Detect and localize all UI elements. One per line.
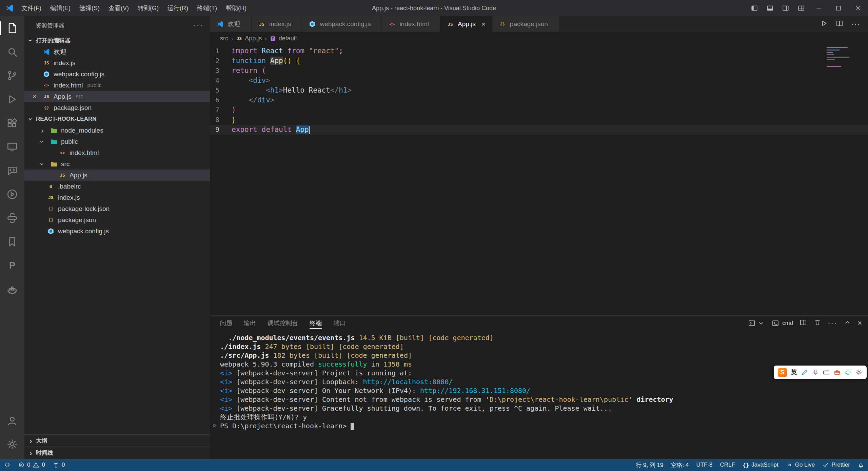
status-item-eol[interactable]: CRLF [716, 459, 739, 471]
tab-app-js[interactable]: JSApp.js× [440, 16, 492, 32]
workspace-root-header[interactable]: › REACT-HOOK-LEARN [24, 113, 210, 125]
editor-more-actions-button[interactable]: ··· [851, 20, 861, 28]
kill-terminal-button[interactable] [813, 318, 822, 328]
tab-package-json[interactable]: {}package.json [492, 16, 559, 32]
code-editor[interactable]: 1import React from "react";2function App… [210, 45, 868, 315]
open-editor-item-item-0[interactable]: 欢迎 [24, 46, 210, 57]
status-item-encoding[interactable]: UTF-8 [692, 459, 716, 471]
activity-item-run-debug[interactable] [0, 87, 24, 111]
status-item-problems[interactable]: 00 [14, 459, 49, 471]
panel-tab-debug-console[interactable]: 调试控制台 [268, 316, 298, 331]
sogou-logo-icon[interactable]: S [778, 368, 787, 377]
close-editor-icon[interactable]: × [30, 93, 39, 100]
activity-item-project-manager[interactable]: P [0, 254, 24, 277]
tree-item-node-modules[interactable]: ›node_modules [24, 125, 210, 136]
customize-layout-button[interactable] [793, 0, 809, 16]
new-terminal-button[interactable] [748, 319, 765, 327]
ime-toolbox-button[interactable] [833, 369, 841, 376]
breadcrumb-item-app-js[interactable]: JSApp.js [236, 35, 262, 42]
ime-puzzle-button[interactable] [844, 369, 852, 376]
toggle-primary-sidebar-button[interactable] [747, 0, 762, 16]
tree-item-public[interactable]: ›public [24, 136, 210, 147]
sidebar-section-outline[interactable]: ›大纲 [24, 434, 210, 447]
breadcrumb-item-src[interactable]: src [220, 35, 228, 42]
ime-mic-button[interactable] [812, 369, 819, 376]
minimap[interactable] [827, 47, 859, 68]
menu-item-e[interactable]: 编辑(E) [46, 0, 75, 16]
terminal-profile-chip[interactable]: cmd [771, 319, 793, 327]
status-item-ports[interactable]: 0 [49, 459, 68, 471]
breadcrumb-item-default[interactable]: default [270, 35, 297, 42]
status-item-go-live[interactable]: Go Live [782, 459, 819, 471]
status-item-language[interactable]: {}JavaScript [739, 459, 782, 471]
open-editor-item-app-js[interactable]: ×JSApp.jssrc [24, 91, 210, 102]
tree-item-index-js[interactable]: JSindex.js [24, 192, 210, 203]
status-item-prettier[interactable]: Prettier [818, 459, 854, 471]
sidebar-section-timeline[interactable]: ›时间线 [24, 447, 210, 459]
menu-item-f[interactable]: 文件(F) [17, 0, 46, 16]
ime-keyboard-button[interactable] [823, 369, 830, 376]
activity-item-settings[interactable] [0, 432, 24, 456]
panel-tab-output[interactable]: 输出 [244, 316, 256, 331]
tree-item-package-json[interactable]: {}package.json [24, 214, 210, 225]
panel-tab-terminal[interactable]: 终端 [310, 316, 322, 331]
open-editor-item-package-json[interactable]: {}package.json [24, 102, 210, 113]
run-file-button[interactable] [820, 19, 828, 29]
menu-item-s[interactable]: 选择(S) [75, 0, 104, 16]
open-editors-header[interactable]: › 打开的编辑器 [24, 35, 210, 46]
maximize-panel-button[interactable] [843, 318, 851, 328]
activity-item-explorer[interactable] [0, 16, 24, 40]
close-tab-icon[interactable]: × [479, 20, 488, 28]
maximize-button[interactable] [829, 0, 848, 16]
split-editor-button[interactable] [835, 19, 844, 29]
activity-item-remote-explorer[interactable] [0, 135, 24, 159]
ime-toolbar[interactable]: S 英 [774, 366, 867, 379]
minimize-button[interactable] [809, 0, 829, 16]
status-item-indentation[interactable]: 空格: 4 [667, 459, 692, 471]
tab-webpack-config-js[interactable]: webpack.config.js [302, 16, 382, 32]
status-item-remote[interactable] [0, 459, 14, 471]
tab-index-html[interactable]: <>index.html [382, 16, 440, 32]
ime-pen-button[interactable] [801, 369, 808, 376]
open-editor-item-index-js[interactable]: JSindex.js [24, 57, 210, 68]
open-editor-item-index-html[interactable]: <>index.htmlpublic [24, 80, 210, 91]
activity-item-python[interactable] [0, 206, 24, 230]
close-panel-button[interactable]: × [857, 319, 862, 328]
tree-item-babelrc[interactable]: B.babelrc [24, 181, 210, 192]
tree-item-index-html[interactable]: <>index.html [24, 147, 210, 158]
ime-language-indicator[interactable]: 英 [791, 368, 797, 377]
menu-item-h[interactable]: 帮助(H) [221, 0, 251, 16]
tree-item-webpack-config-js[interactable]: webpack.config.js [24, 225, 210, 237]
tree-item-app-js[interactable]: JSApp.js [24, 170, 210, 181]
more-actions-icon[interactable]: ··· [194, 21, 203, 30]
menu-item-g[interactable]: 转到(G) [133, 0, 163, 16]
status-item-cursor-position[interactable]: 行 9, 列 19 [632, 459, 667, 471]
activity-item-bookmarks[interactable] [0, 230, 24, 254]
status-item-notifications[interactable] [854, 459, 868, 471]
activity-item-docker[interactable] [0, 277, 24, 301]
activity-item-chat[interactable] [0, 159, 24, 182]
tree-item-src[interactable]: ›src [24, 158, 210, 170]
panel-tab-problems[interactable]: 问题 [220, 316, 232, 331]
toggle-panel-button[interactable] [762, 0, 778, 16]
panel-more-actions-button[interactable]: ··· [828, 319, 837, 328]
toggle-secondary-sidebar-button[interactable] [778, 0, 793, 16]
activity-item-account[interactable] [0, 409, 24, 432]
tree-item-package-lock-json[interactable]: {}package-lock.json [24, 203, 210, 214]
tab-item-0[interactable]: 欢迎 [210, 16, 252, 32]
panel-tab-ports[interactable]: 端口 [333, 316, 346, 331]
activity-item-source-control[interactable] [0, 64, 24, 87]
menu-item-r[interactable]: 运行(R) [163, 0, 193, 16]
tab-index-js[interactable]: JSindex.js [252, 16, 302, 32]
close-button[interactable] [848, 0, 868, 16]
menu-item-v[interactable]: 查看(V) [104, 0, 133, 16]
ime-gear-button[interactable] [855, 369, 863, 376]
open-editor-item-webpack-config-js[interactable]: webpack.config.js [24, 68, 210, 80]
activity-item-search[interactable] [0, 40, 24, 64]
terminal-text: [code generated] [428, 334, 494, 342]
activity-item-extensions[interactable] [0, 111, 24, 135]
menu-item-t[interactable]: 终端(T) [193, 0, 221, 16]
split-terminal-button[interactable] [799, 318, 807, 328]
activity-item-code-runner[interactable] [0, 182, 24, 206]
terminal[interactable]: ./node_modules/events/events.js 14.5 KiB… [210, 331, 868, 459]
